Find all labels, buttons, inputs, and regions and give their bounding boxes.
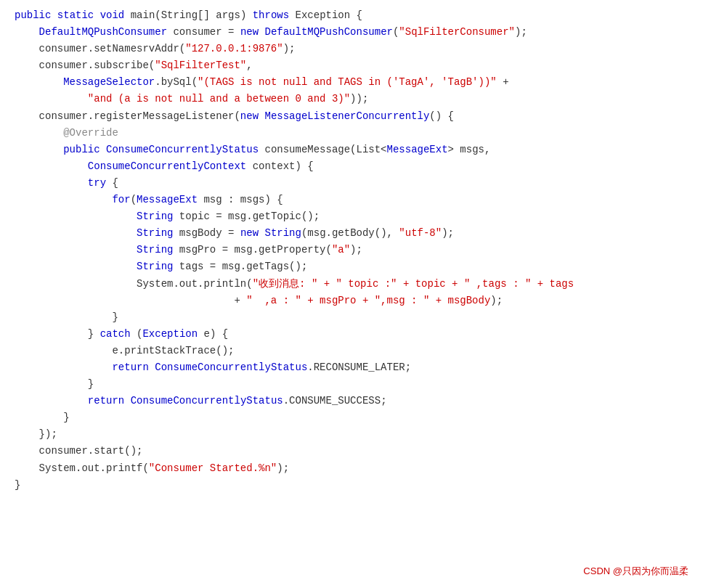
code-line-24: return ConsumeConcurrentlyStatus.CONSUME… <box>15 393 688 409</box>
code-line-12: for(MessageExt msg : msgs) { <box>15 192 688 208</box>
code-line-18: + " ,a : " + msgPro + ",msg : " + msgBod… <box>15 293 688 309</box>
code-line-3: consumer.setNamesrvAddr("127.0.0.1:9876"… <box>15 41 688 57</box>
code-line-2: DefaultMQPushConsumer consumer = new Def… <box>15 24 688 41</box>
code-line-10: ConsumeConcurrentlyContext context) { <box>15 158 688 175</box>
code-line-25: } <box>15 409 688 426</box>
code-line-1: public static void main(String[] args) t… <box>15 7 688 24</box>
code-line-11: try { <box>15 175 688 192</box>
code-line-22: return ConsumeConcurrentlyStatus.RECONSU… <box>15 359 688 376</box>
watermark: CSDN @只因为你而温柔 <box>583 564 688 579</box>
code-line-21: e.printStackTrace(); <box>15 343 688 359</box>
code-line-17: System.out.println("收到消息: " + " topic :"… <box>15 276 688 293</box>
code-line-14: String msgBody = new String(msg.getBody(… <box>15 225 688 242</box>
code-line-16: String tags = msg.getTags(); <box>15 258 688 275</box>
code-line-13: String topic = msg.getTopic(); <box>15 208 688 225</box>
code-block: public static void main(String[] args) t… <box>15 7 688 494</box>
code-line-19: } <box>15 309 688 326</box>
code-line-9: public ConsumeConcurrentlyStatus consume… <box>15 142 688 158</box>
code-line-23: } <box>15 376 688 393</box>
code-line-20: } catch (Exception e) { <box>15 326 688 343</box>
code-line-5: MessageSelector.bySql("(TAGS is not null… <box>15 74 688 91</box>
code-line-27: consumer.start(); <box>15 443 688 460</box>
code-container: public static void main(String[] args) t… <box>0 0 703 588</box>
code-line-15: String msgPro = msg.getProperty("a"); <box>15 242 688 258</box>
code-line-8: @Override <box>15 125 688 142</box>
code-line-28: System.out.printf("Consumer Started.%n")… <box>15 460 688 477</box>
code-line-26: }); <box>15 426 688 443</box>
code-line-7: consumer.registerMessageListener(new Mes… <box>15 108 688 125</box>
code-line-6: "and (a is not null and a between 0 and … <box>15 91 688 107</box>
code-line-4: consumer.subscribe("SqlFilterTest", <box>15 57 688 74</box>
code-line-29: } <box>15 477 688 494</box>
